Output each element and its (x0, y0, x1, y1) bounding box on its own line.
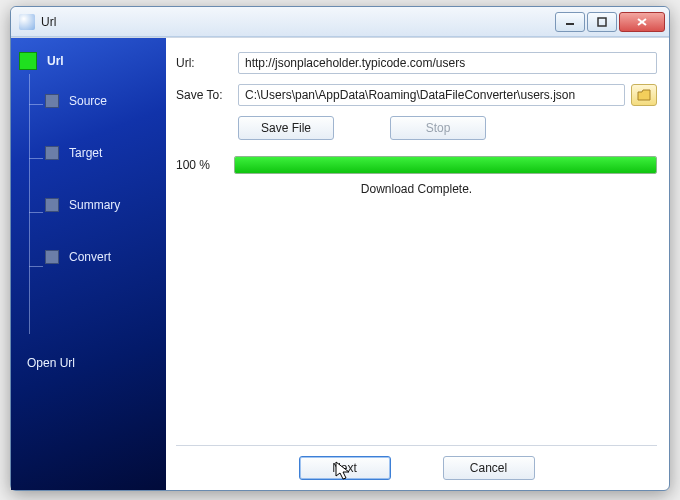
step-source-label: Source (69, 94, 107, 108)
step-summary[interactable]: Summary (45, 198, 158, 212)
save-to-label: Save To: (176, 88, 238, 102)
next-label: Next (332, 461, 357, 475)
save-file-label: Save File (261, 121, 311, 135)
step-active-icon (19, 52, 37, 70)
stop-label: Stop (426, 121, 451, 135)
maximize-button[interactable] (587, 12, 617, 32)
next-button[interactable]: Next (299, 456, 391, 480)
step-summary-label: Summary (69, 198, 120, 212)
stop-button[interactable]: Stop (390, 116, 486, 140)
main-panel: Url: Save To: Save File Stop 100 % (166, 38, 669, 490)
app-icon (19, 14, 35, 30)
url-input[interactable] (238, 52, 657, 74)
step-source[interactable]: Source (45, 94, 158, 108)
step-convert-label: Convert (69, 250, 111, 264)
open-url-label: Open Url (27, 356, 75, 370)
step-url[interactable]: Url (19, 52, 158, 70)
step-target[interactable]: Target (45, 146, 158, 160)
app-window: Url Url Source (10, 6, 670, 491)
folder-icon (637, 89, 651, 101)
save-to-input[interactable] (238, 84, 625, 106)
step-convert[interactable]: Convert (45, 250, 158, 264)
status-text: Download Complete. (176, 182, 657, 196)
titlebar[interactable]: Url (11, 7, 669, 37)
wizard-sidebar: Url Source Target Summary Convert Open U… (11, 38, 166, 490)
browse-button[interactable] (631, 84, 657, 106)
progress-bar (234, 156, 657, 174)
window-title: Url (41, 15, 553, 29)
step-pending-icon (45, 250, 59, 264)
footer-buttons: Next Cancel (176, 445, 657, 480)
svg-rect-1 (598, 18, 606, 26)
step-target-label: Target (69, 146, 102, 160)
minimize-icon (565, 17, 575, 27)
step-url-label: Url (47, 54, 64, 68)
step-pending-icon (45, 94, 59, 108)
cancel-button[interactable]: Cancel (443, 456, 535, 480)
url-label: Url: (176, 56, 238, 70)
step-pending-icon (45, 146, 59, 160)
cancel-label: Cancel (470, 461, 507, 475)
close-icon (636, 17, 648, 27)
progress-fill (235, 157, 656, 173)
save-file-button[interactable]: Save File (238, 116, 334, 140)
progress-percent: 100 % (176, 158, 234, 172)
close-button[interactable] (619, 12, 665, 32)
minimize-button[interactable] (555, 12, 585, 32)
maximize-icon (597, 17, 607, 27)
step-pending-icon (45, 198, 59, 212)
